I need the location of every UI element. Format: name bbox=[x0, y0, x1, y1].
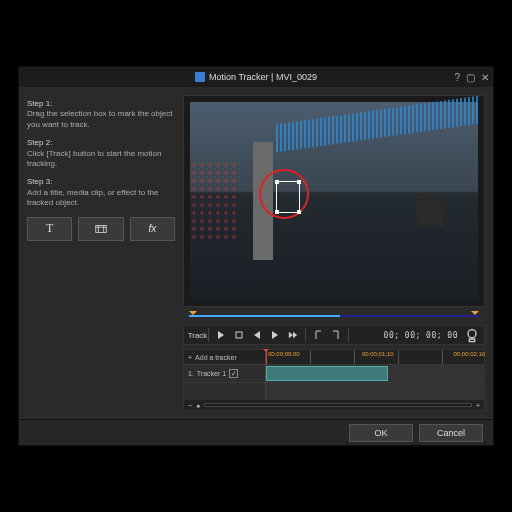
help-icon[interactable]: ? bbox=[454, 72, 460, 83]
plus-icon: + bbox=[188, 354, 192, 361]
titlebar: Motion Tracker | MVI_0029 ? ▢ ✕ bbox=[19, 67, 493, 87]
mark-in-button[interactable] bbox=[310, 327, 326, 343]
app-icon bbox=[195, 72, 205, 82]
seek-bar[interactable] bbox=[183, 311, 485, 321]
maximize-icon[interactable]: ▢ bbox=[466, 72, 475, 83]
ok-button[interactable]: OK bbox=[349, 424, 413, 442]
playback-controls: Track 00; 00; 00; 00 bbox=[183, 325, 485, 345]
prev-frame-button[interactable] bbox=[249, 327, 265, 343]
playhead[interactable] bbox=[266, 350, 267, 364]
empty-row-label bbox=[184, 382, 266, 400]
close-icon[interactable]: ✕ bbox=[481, 72, 489, 83]
add-effect-button[interactable]: fx bbox=[130, 217, 175, 241]
zoom-out-icon[interactable]: − bbox=[188, 402, 192, 409]
zoom-dot-icon: ● bbox=[196, 402, 200, 409]
tracker-clip[interactable] bbox=[266, 366, 388, 381]
stop-button[interactable] bbox=[231, 327, 247, 343]
window-title: Motion Tracker | MVI_0029 bbox=[209, 72, 317, 82]
step1-title: Step 1: bbox=[27, 99, 175, 109]
svg-rect-2 bbox=[236, 332, 242, 338]
empty-track bbox=[266, 382, 484, 400]
instructions-panel: Step 1: Drag the selection box to mark t… bbox=[27, 95, 175, 411]
video-preview[interactable] bbox=[183, 95, 485, 307]
motion-tracker-dialog: Motion Tracker | MVI_0029 ? ▢ ✕ Step 1: … bbox=[18, 66, 494, 446]
trim-in-handle[interactable] bbox=[189, 311, 197, 319]
cancel-button[interactable]: Cancel bbox=[419, 424, 483, 442]
step1-desc: Drag the selection box to mark the objec… bbox=[27, 109, 175, 130]
dialog-footer: OK Cancel bbox=[19, 419, 493, 445]
svg-rect-0 bbox=[96, 225, 107, 232]
step3-desc: Add a title, media clip, or effect to th… bbox=[27, 188, 175, 209]
svg-point-3 bbox=[468, 330, 476, 338]
add-media-button[interactable] bbox=[78, 217, 123, 241]
zoom-in-icon[interactable]: + bbox=[476, 402, 480, 409]
tracker-track[interactable] bbox=[266, 364, 484, 382]
step2-desc: Click [Track] button to start the motion… bbox=[27, 149, 175, 170]
timeline-scrollbar[interactable] bbox=[204, 403, 472, 407]
track-button[interactable]: Track bbox=[188, 327, 204, 343]
step3-title: Step 3: bbox=[27, 177, 175, 187]
step2-title: Step 2: bbox=[27, 138, 175, 148]
trim-out-handle[interactable] bbox=[471, 311, 479, 319]
tracker-visible-checkbox[interactable]: ✓ bbox=[229, 369, 238, 378]
timeline-panel: + Add a tracker 00;00;00;00 00;00;01;10 … bbox=[183, 349, 485, 411]
tracker-row-label[interactable]: 1. Tracker 1 ✓ bbox=[184, 364, 266, 382]
timecode-display: 00; 00; 00; 00 bbox=[384, 331, 458, 340]
add-title-button[interactable]: T bbox=[27, 217, 72, 241]
snapshot-icon[interactable] bbox=[464, 327, 480, 343]
play-button[interactable] bbox=[213, 327, 229, 343]
add-tracker-button[interactable]: + Add a tracker bbox=[184, 350, 266, 364]
mark-out-button[interactable] bbox=[328, 327, 344, 343]
time-ruler[interactable]: 00;00;00;00 00;00;01;10 00;00;02;16 bbox=[266, 350, 484, 364]
fast-forward-button[interactable] bbox=[285, 327, 301, 343]
next-frame-button[interactable] bbox=[267, 327, 283, 343]
tracking-selection-box[interactable] bbox=[276, 181, 300, 213]
